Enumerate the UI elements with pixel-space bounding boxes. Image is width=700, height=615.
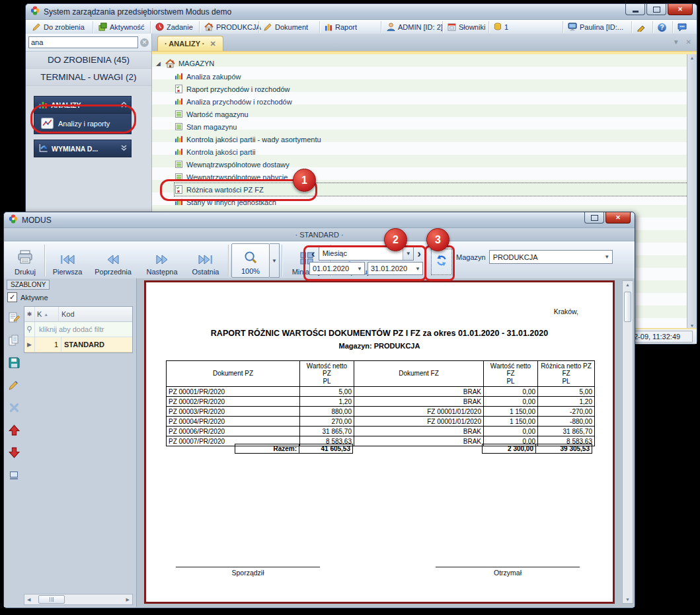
- bar-chart-icon: [175, 72, 183, 81]
- sidebar-header-terminal[interactable]: TERMINAL - UWAGI (2): [26, 69, 151, 86]
- tree-item[interactable]: Kontrola jakości partii - wady asortymen…: [175, 133, 321, 145]
- pencil-icon: [32, 22, 41, 32]
- paint-icon[interactable]: [637, 21, 646, 33]
- chevron-down-icon: [121, 145, 127, 153]
- toolbar-item-licznik[interactable]: 1: [494, 21, 508, 33]
- select-icon[interactable]: [5, 464, 22, 486]
- zoom-dropdown-icon[interactable]: ▼: [270, 243, 280, 278]
- tab-list-icon[interactable]: ▼: [673, 38, 680, 46]
- tree-item[interactable]: Wewnątrzwspólnotowe nabycie: [175, 171, 288, 183]
- templates-hscrollbar[interactable]: ◀ ▶: [24, 594, 133, 605]
- delete-icon[interactable]: [5, 396, 22, 419]
- report-city: Kraków,: [554, 308, 578, 315]
- user-icon: [387, 22, 395, 32]
- scroll-up-icon[interactable]: ▲: [625, 282, 630, 287]
- grid-filter-row[interactable]: kliknij aby dodać filtr: [24, 322, 132, 337]
- zoom-button[interactable]: 100%: [231, 243, 270, 278]
- chevron-down-icon[interactable]: ▼: [413, 263, 422, 274]
- table-row: PZ 00006/PR/202031 865,70BRAK0,0031 865,…: [167, 427, 595, 436]
- toolbar-item-admin[interactable]: ADMIN [ID: 2]: [387, 21, 443, 33]
- vscroll-thumb[interactable]: [624, 292, 631, 322]
- previous-period-icon[interactable]: ‹: [309, 248, 317, 259]
- next-page-button[interactable]: Następna: [139, 243, 185, 278]
- total-diff: 39 305,53: [535, 444, 592, 454]
- previous-page-button[interactable]: Poprzednia: [87, 243, 139, 278]
- tree-item[interactable]: Kontrola jakości partii: [175, 145, 256, 158]
- active-checkbox[interactable]: ✓: [7, 292, 17, 302]
- toolbar-item-raport[interactable]: Raport: [325, 21, 357, 33]
- toolbar-item-paulina[interactable]: Paulina [ID:...: [568, 21, 623, 33]
- expander-icon[interactable]: ◢: [156, 60, 161, 67]
- scroll-down-icon[interactable]: ▼: [690, 323, 695, 328]
- hscroll-thumb[interactable]: [38, 595, 65, 604]
- sidebar-header-do-zrobienia[interactable]: DO ZROBIENIA (45): [26, 52, 151, 69]
- tab-bar: · ANALIZY · ✕ ▼ ✕: [152, 34, 697, 51]
- preview-scrollbar[interactable]: ▲ ▼: [622, 280, 633, 604]
- grid-header-row[interactable]: ✱ K▲ Kod: [24, 307, 132, 322]
- pencil-icon[interactable]: [5, 374, 22, 396]
- tree-item[interactable]: Raport przychodów i rozchodów: [175, 83, 290, 95]
- next-period-icon[interactable]: ›: [415, 248, 423, 259]
- first-page-button[interactable]: Pierwsza: [48, 243, 87, 278]
- sidebar-group-analizy[interactable]: ANALIZY: [34, 96, 132, 114]
- close-all-tabs-icon[interactable]: ✕: [686, 38, 691, 46]
- last-page-button[interactable]: Ostatnia: [185, 243, 226, 278]
- templates-grid: ✱ K▲ Kod kliknij aby dodać filtr ▶ 1 STA…: [24, 306, 133, 353]
- annotation-badge-1: 1: [293, 169, 316, 192]
- close-button[interactable]: ✕: [605, 212, 631, 224]
- save-icon[interactable]: [5, 351, 22, 374]
- modus-titlebar[interactable]: MODUS ✕: [4, 212, 635, 228]
- tree-item[interactable]: Wartość magazynu: [175, 108, 249, 120]
- scroll-left-icon[interactable]: ◀: [24, 597, 33, 602]
- close-tab-icon[interactable]: ✕: [210, 40, 216, 48]
- tree-scrollbar[interactable]: ▲▼: [687, 54, 697, 329]
- tree-item[interactable]: Stany w innych jednostkach: [175, 196, 276, 208]
- template-tab-strip[interactable]: · STANDARD ·: [4, 228, 635, 241]
- tree-item-roznica-wartosci-pz-fz[interactable]: Różnica wartości PZ FZ: [175, 183, 687, 196]
- sidebar-item-analizy-i-raporty[interactable]: Analizy i raporty: [34, 114, 132, 134]
- refresh-button[interactable]: [431, 249, 452, 275]
- maximize-button[interactable]: [646, 4, 666, 15]
- k-column-header[interactable]: K▲: [35, 307, 59, 321]
- main-titlebar[interactable]: System zarządzania przedsiębiorstwem Mod…: [26, 4, 697, 20]
- close-button[interactable]: ✕: [668, 4, 693, 15]
- toolbar-item-aktywnosc[interactable]: Aktywność: [98, 21, 145, 33]
- magazyn-combo[interactable]: PRODUKCJA ▼: [489, 250, 613, 264]
- chat-icon[interactable]: [678, 21, 687, 33]
- copy-icon[interactable]: [5, 329, 22, 351]
- sidebar-group-wymiana[interactable]: WYMIANA D...: [34, 140, 132, 157]
- toolbar-item-dokument[interactable]: Dokument: [264, 21, 308, 33]
- scroll-down-icon[interactable]: ▼: [625, 597, 630, 602]
- search-input[interactable]: [28, 36, 138, 48]
- toolbar-item-zadanie[interactable]: Zadanie: [155, 21, 193, 33]
- chevron-down-icon[interactable]: ▼: [403, 247, 413, 260]
- tree-item[interactable]: Stan magazynu: [175, 120, 237, 133]
- chevron-down-icon[interactable]: ▼: [602, 251, 612, 263]
- restore-button[interactable]: [584, 212, 604, 224]
- tree-item[interactable]: Analiza zakupów: [175, 70, 241, 83]
- tab-analizy[interactable]: · ANALIZY · ✕: [157, 36, 223, 51]
- toolbar-item-do-zrobienia[interactable]: Do zrobienia: [32, 21, 85, 33]
- date-to-picker[interactable]: 31.01.2020 ▼: [368, 262, 423, 275]
- scroll-up-icon[interactable]: ▲: [690, 56, 695, 60]
- kod-column-header[interactable]: Kod: [59, 307, 132, 321]
- minimize-button[interactable]: [625, 4, 645, 15]
- chevron-down-icon[interactable]: ▼: [355, 263, 364, 274]
- template-row-standard[interactable]: ▶ 1 STANDARD: [24, 337, 132, 352]
- tree-item[interactable]: Wewnątrzwspólnotowe dostawy: [175, 158, 290, 171]
- clear-search-icon[interactable]: ✕: [140, 38, 149, 47]
- tree-root-magazyn[interactable]: ◢ MAGAZYN: [156, 57, 214, 69]
- help-icon[interactable]: ?: [658, 21, 666, 33]
- tree-item[interactable]: Analiza przychodów i rozchodów: [175, 95, 292, 108]
- edit-note-icon[interactable]: [5, 306, 22, 329]
- table-row: PZ 00003/PR/2020880,00FZ 00001/01/20201 …: [167, 407, 595, 417]
- print-button[interactable]: Drukuj: [8, 243, 42, 278]
- toolbar-item-slowniki[interactable]: Słowniki: [447, 21, 485, 33]
- move-down-icon[interactable]: [5, 441, 22, 464]
- scroll-right-icon[interactable]: ▶: [124, 597, 132, 602]
- toolbar-item-produkcja[interactable]: PRODUKCJA: [204, 21, 261, 33]
- signature-right: Otrzymał: [436, 567, 580, 577]
- move-up-icon[interactable]: [5, 419, 22, 441]
- date-from-picker[interactable]: 01.01.2020 ▼: [309, 262, 365, 275]
- house-icon: [165, 59, 175, 68]
